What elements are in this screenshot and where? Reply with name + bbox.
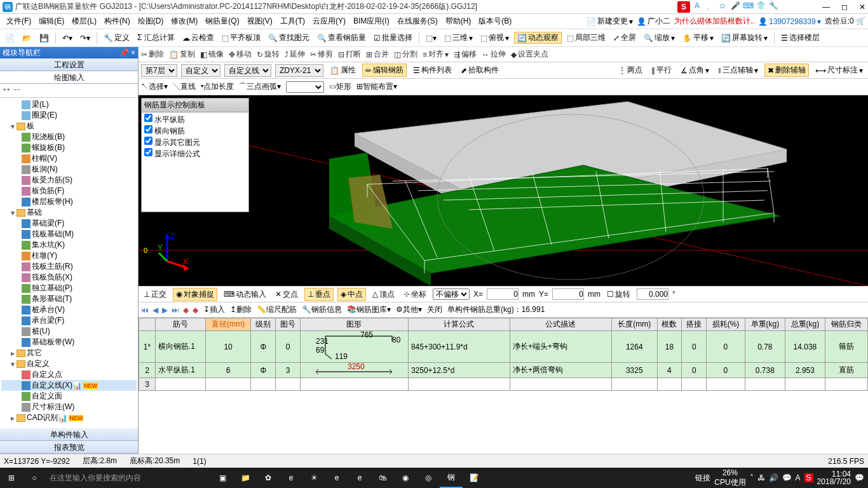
apex-btn[interactable]: △顶点 (370, 288, 397, 301)
menu-bim[interactable]: BIM应用(I) (349, 16, 393, 27)
code-select[interactable]: ZDYX-21 (275, 64, 323, 77)
del-aux-btn[interactable]: ✖删除辅轴 (764, 64, 809, 77)
ime-kb[interactable]: ⌨ (742, 1, 754, 13)
nav-tab-report[interactable]: 报表预览 (0, 441, 138, 454)
col-desc[interactable]: 公式描述 (510, 318, 611, 331)
tree-band[interactable]: 楼层板带(H) (1, 196, 137, 207)
scale-rebar-btn[interactable]: 📏缩尺配筋 (257, 304, 297, 315)
tree-spiral[interactable]: 螺旋板(B) (1, 142, 137, 153)
table-row[interactable]: 2 水平纵筋.1 6Φ3 3250 3250+12.5*d 净长+两倍弯钩 33… (139, 363, 868, 378)
rebar-info-btn[interactable]: 🔧钢筋信息 (302, 304, 342, 315)
tb-edge2[interactable]: e (325, 468, 348, 488)
tree-fband[interactable]: 基础板带(W) (1, 337, 137, 348)
menu-version[interactable]: 版本号(B) (475, 16, 515, 27)
tray-clock[interactable]: 11:042018/7/20 (817, 470, 851, 485)
save-btn[interactable]: 💾 (37, 34, 51, 43)
menu-modify[interactable]: 修改(M) (167, 16, 201, 27)
close-btn[interactable]: ✕ (859, 3, 865, 11)
tray-up[interactable]: ˄ (750, 473, 754, 482)
nav-tab-single[interactable]: 单构件输入 (0, 428, 138, 441)
col-code[interactable]: 图号 (276, 318, 301, 331)
nav-tab-settings[interactable]: 工程设置 (0, 58, 138, 71)
taskview-btn[interactable]: ▣ (211, 468, 234, 488)
draw-combo[interactable] (286, 81, 324, 93)
tb-ie[interactable]: e (348, 468, 371, 488)
tb-edge[interactable]: e (280, 468, 302, 488)
parallel-btn[interactable]: ∥平行 (649, 64, 674, 76)
open-btn[interactable]: 📂 (20, 34, 34, 43)
chk-other[interactable]: 显示其它图元 (144, 137, 246, 148)
menu-cloud[interactable]: 云应用(Y) (309, 16, 349, 27)
line-tool[interactable]: ╲直线 (173, 81, 196, 92)
rect-tool[interactable]: ▭矩形 (329, 81, 351, 92)
new-change-btn[interactable]: 📄新建变更▾ (587, 16, 633, 27)
delete-row-btn[interactable]: ↥删除 (230, 304, 252, 315)
close-panel-btn[interactable]: 关闭 (427, 304, 442, 315)
table-row[interactable]: 3 (139, 378, 868, 391)
maximize-btn[interactable]: ◻ (841, 3, 848, 11)
tree-cast[interactable]: 现浇板(B) (1, 132, 137, 142)
nav-tab-draw[interactable]: 绘图输入 (0, 71, 138, 84)
nav-b[interactable]: ◆ (193, 306, 198, 315)
op-split[interactable]: ◫分割 (394, 49, 417, 60)
menu-edit[interactable]: 编辑(E) (35, 16, 68, 27)
local3d-btn[interactable]: ⬚局部三维 (564, 32, 608, 43)
select-tool[interactable]: ↖选择▾ (141, 81, 168, 92)
coord-btn[interactable]: ⊹坐标 (401, 288, 429, 301)
tree-cface[interactable]: 自定义面 (1, 391, 137, 402)
tree-rneg[interactable]: 筏板负筋(X) (1, 272, 137, 283)
menu-floor[interactable]: 楼层(L) (68, 16, 100, 27)
perp-btn[interactable]: ⊥垂点 (304, 288, 334, 301)
three-aux-btn[interactable]: ⦀三点辅轴▾ (715, 64, 761, 76)
ime-tool[interactable]: 🔧 (768, 1, 779, 13)
zoom-btn[interactable]: 🔍缩放▾ (641, 32, 677, 43)
tree-iso[interactable]: 独立基础(P) (1, 283, 137, 294)
first-btn[interactable]: ⏮ (141, 306, 149, 315)
menu-member[interactable]: 构件(N) (100, 16, 134, 27)
dim-label-btn[interactable]: ⟷尺寸标注▾ (813, 64, 865, 76)
tray-net-icon[interactable]: 🖧 (757, 473, 765, 482)
col-cnt[interactable]: 根数 (657, 318, 682, 331)
fullscreen-btn[interactable]: ⤢全屏 (611, 32, 639, 43)
tb-app3[interactable]: ☀ (302, 468, 325, 488)
op-delete[interactable]: ✂删除 (141, 49, 164, 60)
tray-link[interactable]: 链接 (695, 473, 710, 484)
col-tw[interactable]: 总重(kg) (785, 318, 825, 331)
edit-rebar-btn[interactable]: ✏编辑钢筋 (362, 64, 407, 77)
arc3-tool[interactable]: ⌒三点画弧▾ (239, 81, 281, 92)
chk-trans[interactable]: 横向钢筋 (144, 125, 246, 137)
chk-horiz[interactable]: 水平纵筋 (144, 114, 246, 125)
tray-ime-s[interactable]: S (804, 473, 813, 482)
tree-ring[interactable]: 圈梁(E) (1, 110, 137, 121)
tree-strip[interactable]: 条形基础(T) (1, 294, 137, 304)
type-select[interactable]: 自定义线 (224, 64, 271, 77)
tree-pier[interactable]: 柱墩(Y) (1, 250, 137, 261)
minimize-btn[interactable]: — (822, 3, 830, 11)
tree-force[interactable]: 板受力筋(S) (1, 175, 137, 186)
tray-ime-a[interactable]: A (796, 473, 801, 482)
op-grip[interactable]: ◆设置夹点 (511, 49, 548, 60)
new-btn[interactable]: 📄 (3, 34, 17, 43)
menu-draw[interactable]: 绘图(D) (134, 16, 168, 27)
y-input[interactable] (552, 288, 584, 300)
collapse-all-icon[interactable]: ⁻⁻ (13, 86, 20, 95)
rot-toggle[interactable]: ☐旋转 (604, 288, 633, 301)
prev-btn[interactable]: ◀ (153, 306, 158, 315)
op-mirror[interactable]: ◧镜像 (200, 49, 224, 60)
mid-btn[interactable]: ◈中点 (337, 288, 366, 301)
dim3-btn[interactable]: ⬚三维▾ (442, 32, 475, 43)
tb-app2[interactable]: ✿ (257, 468, 280, 488)
dyn-input-btn[interactable]: ⌨动态输入 (221, 288, 269, 301)
tree-dim[interactable]: 尺寸标注(W) (1, 402, 137, 412)
dyn-view-btn[interactable]: 🔄动态观察 (514, 32, 562, 44)
dim2-btn[interactable]: ⬚▾ (423, 34, 439, 43)
chk-formula[interactable]: 显示详细公式 (144, 148, 246, 159)
next-btn[interactable]: ▶ (162, 306, 168, 315)
other-btn[interactable]: ⚙其他▾ (396, 304, 422, 315)
start-btn[interactable]: ⊞ (0, 468, 23, 488)
tree-other[interactable]: ▸其它 (1, 348, 137, 358)
viewport-3d[interactable]: 钢筋显示控制面板 水平纵筋 横向钢筋 显示其它图元 显示详细公式 (139, 95, 868, 286)
col-uw[interactable]: 单重(kg) (745, 318, 785, 331)
ortho-btn[interactable]: ⊥正交 (141, 288, 169, 301)
tb-current[interactable]: 钢 (440, 468, 463, 488)
